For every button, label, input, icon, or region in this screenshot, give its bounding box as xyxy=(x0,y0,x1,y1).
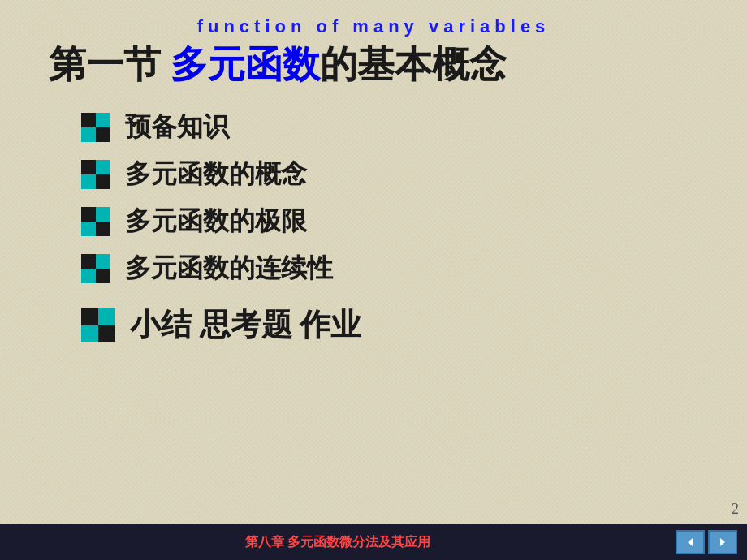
list-item: 多元函数的极限 xyxy=(81,204,698,239)
prev-button[interactable] xyxy=(676,530,705,554)
list-item: 预备知识 xyxy=(81,110,698,145)
bullet-cell xyxy=(96,269,110,283)
bullet-cell xyxy=(81,127,96,142)
main-title-prefix: 第一节 xyxy=(49,44,171,85)
bullet-icon xyxy=(81,160,110,189)
bullet-cell xyxy=(81,269,96,283)
menu-item-text: 多元函数的极限 xyxy=(125,204,307,239)
bullet-cell xyxy=(96,160,110,174)
bullet-cell xyxy=(96,127,110,142)
bullet-cell xyxy=(81,207,96,222)
bullet-cell xyxy=(81,174,96,189)
bullet-cell xyxy=(96,174,110,189)
bullet-cell xyxy=(96,222,110,236)
slide: function of many variables 第一节 多元函数的基本概念… xyxy=(0,0,747,560)
svg-marker-0 xyxy=(688,538,693,546)
list-item: 多元函数的概念 xyxy=(81,157,698,192)
footer-text: 第八章 多元函数微分法及其应用 xyxy=(0,534,676,551)
menu-list: 预备知识 多元函数的概念 多元函数的极限 xyxy=(49,110,698,346)
bullet-icon xyxy=(81,254,110,283)
bullet-icon xyxy=(81,207,110,236)
bullet-cell xyxy=(81,308,98,325)
main-title-suffix: 的基本概念 xyxy=(320,44,507,85)
menu-item-text: 多元函数的连续性 xyxy=(125,251,333,286)
list-item: 多元函数的连续性 xyxy=(81,251,698,286)
bullet-cell xyxy=(81,160,96,174)
menu-item-text: 多元函数的概念 xyxy=(125,157,307,192)
bullet-cell xyxy=(81,254,96,269)
bullet-cell xyxy=(96,113,110,127)
nav-buttons xyxy=(676,530,747,554)
bullet-cell xyxy=(81,325,98,342)
bullet-icon xyxy=(81,308,115,342)
slide-content: function of many variables 第一节 多元函数的基本概念… xyxy=(0,0,747,524)
menu-item-text: 小结 思考题 作业 xyxy=(130,304,361,346)
subtitle: function of many variables xyxy=(49,16,698,37)
footer: 第八章 多元函数微分法及其应用 xyxy=(0,524,747,560)
menu-item-text: 预备知识 xyxy=(125,110,229,145)
bullet-icon xyxy=(81,113,110,142)
bullet-cell xyxy=(98,308,115,325)
page-number: 2 xyxy=(732,501,739,518)
bullet-cell xyxy=(96,207,110,222)
bullet-cell xyxy=(98,325,115,342)
bullet-cell xyxy=(81,222,96,236)
list-item: 小结 思考题 作业 xyxy=(81,304,698,346)
svg-marker-1 xyxy=(720,538,725,546)
main-title: 第一节 多元函数的基本概念 xyxy=(49,42,698,87)
bullet-cell xyxy=(81,113,96,127)
bullet-cell xyxy=(96,254,110,269)
main-title-highlight: 多元函数 xyxy=(171,44,320,85)
next-button[interactable] xyxy=(708,530,737,554)
